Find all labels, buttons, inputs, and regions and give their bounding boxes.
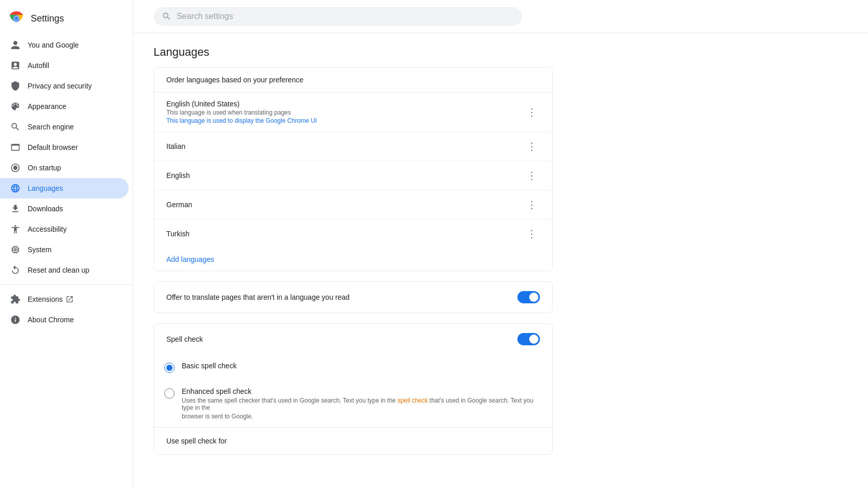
translate-offer-toggle[interactable] [517, 291, 540, 303]
sidebar-item-system[interactable]: System [0, 239, 128, 260]
sidebar-item-about-chrome[interactable]: About Chrome [0, 309, 128, 330]
spell-check-card: Spell check Basic spell check Enhanced [154, 323, 553, 455]
lang-more-menu-button[interactable]: ⋮ [524, 227, 540, 241]
search-bar-container [133, 0, 868, 33]
lang-more-menu-button[interactable]: ⋮ [524, 105, 540, 119]
browser-icon [10, 142, 20, 152]
sidebar-item-label: You and Google [28, 41, 79, 49]
sidebar-item-label: Downloads [28, 205, 63, 213]
lang-sub2-link: This language is used to display the Goo… [166, 117, 317, 124]
lang-more-menu-button[interactable]: ⋮ [524, 168, 540, 183]
svg-point-5 [13, 166, 17, 170]
sidebar-item-default-browser[interactable]: Default browser [0, 137, 128, 158]
page-title: Languages [154, 46, 553, 59]
lang-more-menu-button[interactable]: ⋮ [524, 139, 540, 153]
sidebar-item-label: Reset and clean up [28, 266, 90, 274]
sidebar-item-label: About Chrome [28, 316, 74, 324]
sidebar-item-reset-clean-up[interactable]: Reset and clean up [0, 260, 128, 280]
add-languages-button[interactable]: Add languages [154, 248, 226, 271]
sidebar-item-search-engine[interactable]: Search engine [0, 117, 128, 137]
spell-check-toggle[interactable] [517, 333, 540, 345]
accessibility-icon [10, 224, 20, 234]
sidebar-item-label: Privacy and security [28, 82, 92, 90]
app-title: Settings [31, 13, 64, 24]
sidebar-item-languages[interactable]: Languages [0, 178, 128, 198]
sidebar-item-downloads[interactable]: Downloads [0, 198, 128, 219]
basic-spell-check-label: Basic spell check [182, 362, 236, 370]
sidebar-item-extensions[interactable]: Extensions [0, 289, 128, 309]
enhanced-spell-check-row: Enhanced spell check Uses the same spell… [154, 380, 552, 427]
basic-spell-check-radio[interactable] [164, 363, 175, 373]
shield-icon [10, 81, 20, 91]
extensions-label-row: Extensions [28, 295, 74, 303]
search-bar [154, 7, 522, 26]
autofill-icon [10, 60, 20, 71]
settings-content: Languages Order languages based on your … [133, 33, 573, 477]
reset-icon [10, 265, 20, 275]
search-icon [10, 122, 20, 132]
sidebar-item-label: Extensions [28, 295, 62, 303]
sidebar-divider [0, 284, 133, 285]
translate-offer-slider [517, 291, 540, 303]
sidebar: Settings You and Google Autofill Privacy… [0, 0, 133, 488]
sidebar-item-privacy-security[interactable]: Privacy and security [0, 76, 128, 96]
search-bar-icon [162, 11, 171, 21]
lang-name: German [166, 201, 192, 209]
enhanced-spell-check-description2: browser is sent to Google. [182, 413, 542, 420]
enhanced-spell-check-description: Uses the same spell checker that's used … [182, 397, 542, 411]
sidebar-item-label: Accessibility [28, 225, 67, 233]
translate-offer-label: Offer to translate pages that aren't in … [166, 293, 350, 301]
enhanced-spell-check-radio[interactable] [164, 388, 175, 398]
sidebar-item-accessibility[interactable]: Accessibility [0, 219, 128, 239]
main-content: Languages Order languages based on your … [133, 0, 868, 488]
sidebar-item-label: On startup [28, 164, 61, 172]
info-icon [10, 315, 20, 325]
translate-offer-row: Offer to translate pages that aren't in … [154, 282, 552, 313]
sidebar-header: Settings [0, 4, 133, 35]
sidebar-item-label: Appearance [28, 102, 67, 110]
language-item-italian: Italian ⋮ [154, 132, 552, 161]
lang-name: Italian [166, 142, 185, 150]
appearance-icon [10, 101, 20, 112]
extensions-icon [10, 294, 20, 304]
download-icon [10, 204, 20, 214]
translate-offer-card: Offer to translate pages that aren't in … [154, 281, 553, 313]
language-item-german: German ⋮ [154, 190, 552, 219]
sidebar-item-on-startup[interactable]: On startup [0, 158, 128, 178]
sidebar-item-label: Default browser [28, 143, 78, 151]
person-icon [10, 40, 20, 50]
spell-check-slider [517, 333, 540, 345]
language-item-english: English ⋮ [154, 161, 552, 190]
startup-icon [10, 163, 20, 173]
language-item-turkish: Turkish ⋮ [154, 219, 552, 248]
sidebar-item-appearance[interactable]: Appearance [0, 96, 128, 117]
lang-name: Turkish [166, 230, 189, 238]
enhanced-spell-check-label: Enhanced spell check [182, 387, 542, 395]
svg-point-4 [14, 16, 18, 20]
lang-more-menu-button[interactable]: ⋮ [524, 197, 540, 212]
globe-icon [10, 183, 20, 193]
basic-spell-check-row: Basic spell check [154, 354, 552, 380]
use-spell-check-for-row: Use spell check for [154, 427, 552, 454]
language-item-english-us: English (United States) This language is… [154, 93, 552, 132]
languages-card: Order languages based on your preference… [154, 67, 553, 271]
spell-check-header: Spell check [154, 324, 552, 354]
sidebar-item-label: System [28, 246, 52, 254]
sidebar-item-you-google[interactable]: You and Google [0, 35, 128, 55]
languages-card-header: Order languages based on your preference [154, 68, 552, 93]
chrome-logo-icon [8, 10, 25, 27]
system-icon [10, 245, 20, 255]
lang-name: English [166, 171, 190, 180]
sidebar-item-label: Languages [28, 184, 63, 192]
lang-name: English (United States) [166, 100, 317, 108]
external-link-icon [66, 295, 74, 303]
search-input[interactable] [177, 12, 514, 21]
lang-sub1: This language is used when translating p… [166, 109, 317, 116]
sidebar-item-autofill[interactable]: Autofill [0, 55, 128, 76]
spell-check-title: Spell check [166, 335, 203, 343]
sidebar-item-label: Autofill [28, 61, 49, 70]
sidebar-item-label: Search engine [28, 123, 74, 131]
